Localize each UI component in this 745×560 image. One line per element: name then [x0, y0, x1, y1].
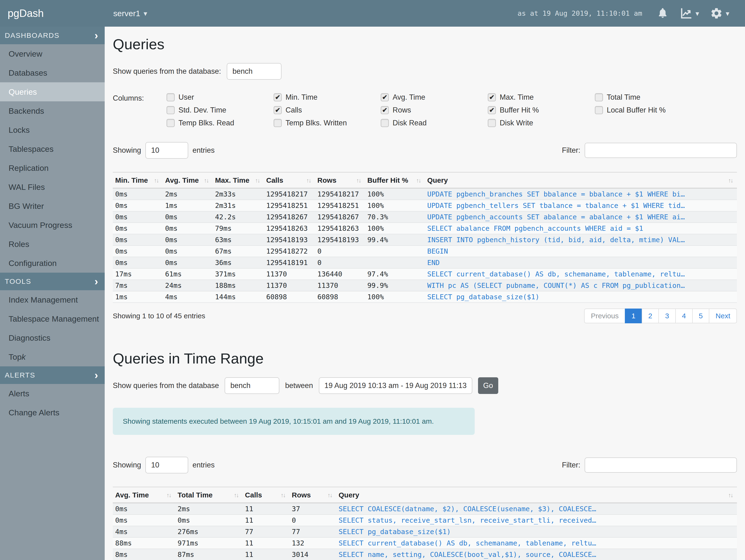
column-header-label: Query	[427, 176, 448, 185]
query-link[interactable]: SELECT status, receive_start_lsn, receiv…	[336, 515, 737, 526]
database-input[interactable]	[227, 63, 282, 80]
sidebar-item-top[interactable]: Top k	[0, 347, 105, 366]
query-link[interactable]: SELECT abalance FROM pgbench_accounts WH…	[425, 223, 737, 234]
sidebar-item-replication[interactable]: Replication	[0, 159, 105, 177]
column-header-label: Total Time	[177, 491, 213, 499]
sidebar-item-bg-writer[interactable]: BG Writer	[0, 197, 105, 216]
sidebar-item-roles[interactable]: Roles	[0, 235, 105, 254]
column-checkbox-temp-blks-read[interactable]: Temp Blks. Read	[167, 119, 273, 127]
time-range-input[interactable]	[319, 377, 472, 394]
sidebar-item-tablespace-management[interactable]: Tablespace Management	[0, 309, 105, 328]
column-header-buffer-hit[interactable]: Buffer Hit %↑↓	[365, 172, 425, 188]
pagination-previous[interactable]: Previous	[584, 308, 625, 323]
query-link[interactable]: BEGIN	[425, 245, 737, 257]
query-link[interactable]: END	[425, 257, 737, 268]
column-header-query[interactable]: Query↑↓	[425, 172, 737, 188]
pagination-page-4[interactable]: 4	[675, 308, 693, 323]
column-header-avg-time[interactable]: Avg. Time↑↓	[113, 487, 175, 503]
snapshot-timestamp: as at 19 Aug 2019, 11:10:01 am	[518, 9, 642, 18]
sidebar-item-wal-files[interactable]: WAL Files	[0, 177, 105, 197]
column-header-rows[interactable]: Rows↑↓	[315, 172, 365, 188]
sort-icon[interactable]: ↑↓	[327, 492, 332, 499]
column-checkbox-calls[interactable]: ✔Calls	[273, 106, 381, 114]
notifications-button[interactable]	[656, 7, 669, 20]
table-row: 0ms2ms2m33s12954182171295418217100%UPDAT…	[113, 188, 737, 200]
column-header-calls[interactable]: Calls↑↓	[264, 172, 315, 188]
filter-input-2[interactable]	[585, 458, 737, 473]
column-header-rows[interactable]: Rows↑↓	[289, 487, 336, 503]
sidebar-item-change-alerts[interactable]: Change Alerts	[0, 403, 105, 422]
sidebar-item-diagnostics[interactable]: Diagnostics	[0, 328, 105, 347]
sort-icon[interactable]: ↑↓	[234, 492, 238, 499]
pagination-page-3[interactable]: 3	[658, 308, 676, 323]
column-header-max-time[interactable]: Max. Time↑↓	[213, 172, 264, 188]
sidebar-item-overview[interactable]: Overview	[0, 44, 105, 63]
column-header-total-time[interactable]: Total Time↑↓	[175, 487, 242, 503]
sidebar-item-backends[interactable]: Backends	[0, 101, 105, 120]
sort-icon[interactable]: ↑↓	[255, 177, 260, 184]
sidebar-item-locks[interactable]: Locks	[0, 120, 105, 139]
sidebar-section-tools[interactable]: TOOLS›	[0, 273, 105, 290]
sort-icon[interactable]: ↑↓	[154, 177, 159, 184]
sidebar-item-queries[interactable]: Queries	[0, 82, 105, 101]
column-header-avg-time[interactable]: Avg. Time↑↓	[163, 172, 213, 188]
sidebar-item-index-management[interactable]: Index Management	[0, 290, 105, 309]
column-checkbox-user[interactable]: User	[167, 93, 273, 102]
sidebar-section-dashboards[interactable]: DASHBOARDS›	[0, 27, 105, 44]
sort-icon[interactable]: ↑↓	[416, 177, 420, 184]
query-link[interactable]: SELECT pg_database_size($1)	[425, 291, 737, 303]
column-checkbox-temp-blks-written[interactable]: Temp Blks. Written	[273, 119, 381, 127]
query-link[interactable]: SELECT pg_database_size($1)	[336, 526, 737, 537]
column-checkbox-local-buffer-hit[interactable]: Local Buffer Hit %	[595, 106, 702, 114]
column-header-min-time[interactable]: Min. Time↑↓	[113, 172, 163, 188]
sidebar-item-vacuum-progress[interactable]: Vacuum Progress	[0, 216, 105, 235]
column-checkbox-avg-time[interactable]: ✔Avg. Time	[381, 93, 488, 102]
database-input-2[interactable]	[225, 377, 279, 394]
server-selector[interactable]: server1 ▾	[113, 9, 147, 18]
sort-icon[interactable]: ↑↓	[204, 177, 208, 184]
column-checkbox-buffer-hit[interactable]: ✔Buffer Hit %	[488, 106, 595, 114]
sidebar-item-alerts[interactable]: Alerts	[0, 384, 105, 403]
query-link[interactable]: SELECT current_database() AS db, scheman…	[336, 537, 737, 549]
column-checkbox-max-time[interactable]: ✔Max. Time	[488, 93, 595, 102]
query-link[interactable]: SELECT name, setting, COALESCE(boot_val,…	[336, 549, 737, 560]
checkbox-checked-icon: ✔	[488, 93, 496, 101]
sidebar-item-configuration[interactable]: Configuration	[0, 254, 105, 273]
column-checkbox-std-dev-time[interactable]: Std. Dev. Time	[167, 106, 273, 114]
column-header-calls[interactable]: Calls↑↓	[243, 487, 290, 503]
sort-icon[interactable]: ↑↓	[728, 492, 733, 499]
column-header-query[interactable]: Query↑↓	[336, 487, 737, 503]
query-link[interactable]: INSERT INTO pgbench_history (tid, bid, a…	[425, 234, 737, 245]
pagination-page-1[interactable]: 1	[625, 308, 642, 323]
column-checkbox-disk-read[interactable]: Disk Read	[381, 119, 488, 127]
column-checkbox-min-time[interactable]: ✔Min. Time	[273, 93, 381, 102]
query-link[interactable]: SELECT current_database() AS db, scheman…	[425, 268, 737, 280]
sidebar-item-label: Overview	[8, 49, 42, 59]
sort-icon[interactable]: ↑↓	[166, 492, 171, 499]
sidebar-item-tablespaces[interactable]: Tablespaces	[0, 139, 105, 159]
column-checkbox-rows[interactable]: ✔Rows	[381, 106, 488, 114]
sidebar-item-databases[interactable]: Databases	[0, 63, 105, 82]
app-logo[interactable]: pgDash	[0, 7, 105, 19]
pagination-next[interactable]: Next	[709, 308, 737, 323]
column-checkbox-total-time[interactable]: Total Time	[595, 93, 702, 102]
query-link[interactable]: UPDATE pgbench_accounts SET abalance = a…	[425, 211, 737, 223]
charts-menu-button[interactable]: ▾	[680, 7, 699, 20]
pagination-page-5[interactable]: 5	[692, 308, 710, 323]
sort-icon[interactable]: ↑↓	[281, 492, 285, 499]
sort-icon[interactable]: ↑↓	[306, 177, 311, 184]
column-checkbox-disk-write[interactable]: Disk Write	[488, 119, 595, 127]
pagination-page-2[interactable]: 2	[642, 308, 659, 323]
sort-icon[interactable]: ↑↓	[728, 177, 733, 184]
query-link[interactable]: WITH pc AS (SELECT pubname, COUNT(*) AS …	[425, 280, 737, 291]
go-button[interactable]: Go	[478, 377, 498, 394]
entries-count-input[interactable]	[145, 142, 188, 159]
filter-input[interactable]	[585, 143, 737, 158]
query-link[interactable]: UPDATE pgbench_tellers SET tbalance = tb…	[425, 200, 737, 211]
settings-menu-button[interactable]: ▾	[710, 7, 729, 20]
sidebar-section-alerts[interactable]: ALERTS›	[0, 366, 105, 384]
query-link[interactable]: SELECT COALESCE(datname, $2), COALESCE(u…	[336, 503, 737, 515]
entries-count-input-2[interactable]	[145, 457, 188, 473]
query-link[interactable]: UPDATE pgbench_branches SET bbalance = b…	[425, 188, 737, 200]
sort-icon[interactable]: ↑↓	[356, 177, 361, 184]
